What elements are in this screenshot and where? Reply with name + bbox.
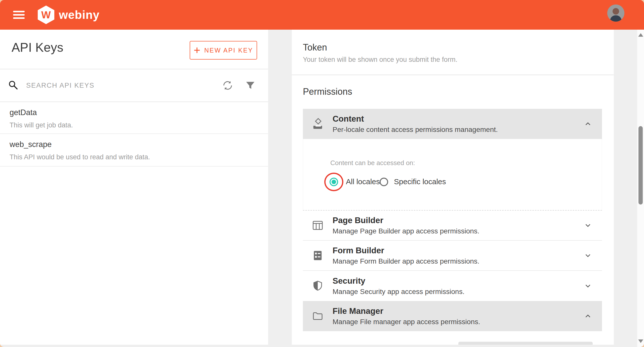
api-key-name: web_scrape — [10, 140, 268, 149]
chevron-down-icon[interactable] — [583, 220, 593, 230]
locales-radio-group: All locales Specific locales — [303, 173, 602, 191]
new-api-key-button[interactable]: NEW API KEY — [190, 41, 257, 60]
app-window: W webiny API Keys NEW API KEY — [0, 0, 644, 347]
refresh-icon[interactable] — [222, 80, 233, 91]
webiny-hexagon-icon: W — [38, 6, 54, 24]
list-panel-header: API Keys NEW API KEY — [0, 30, 268, 69]
chevron-down-icon[interactable] — [583, 251, 593, 261]
user-avatar[interactable] — [607, 5, 624, 22]
accordion-header-page-builder[interactable]: Page Builder Manage Page Builder app acc… — [303, 211, 602, 241]
person-icon — [607, 5, 624, 22]
accordion-title: Page Builder — [333, 216, 479, 225]
token-section-title: Token — [303, 42, 327, 53]
accordion-description: Manage Page Builder app access permissio… — [333, 227, 479, 235]
security-icon — [312, 280, 324, 292]
vertical-scrollbar[interactable] — [637, 30, 644, 347]
api-keys-list-panel: API Keys NEW API KEY — [0, 30, 268, 345]
accordion-description: Per-locale content access permissions ma… — [333, 126, 498, 134]
form-builder-icon — [312, 250, 324, 261]
file-manager-icon — [312, 310, 324, 322]
accordion-description: Manage File manager app access permissio… — [333, 318, 480, 326]
hamburger-menu-icon[interactable] — [13, 11, 25, 19]
section-divider — [292, 75, 614, 75]
page-title: API Keys — [12, 40, 63, 55]
chevron-down-icon[interactable] — [583, 281, 593, 291]
radio-label-specific-locales[interactable]: Specific locales — [394, 177, 446, 186]
accordion-title: Form Builder — [333, 246, 479, 255]
accordion-header-security[interactable]: Security Manage Security app access perm… — [303, 271, 602, 301]
scroll-up-arrow-icon[interactable] — [638, 33, 643, 37]
plus-icon — [194, 47, 200, 54]
filter-icon[interactable] — [245, 80, 256, 91]
accordion-header-form-builder[interactable]: Form Builder Manage Form Builder app acc… — [303, 241, 602, 271]
search-icon — [8, 79, 20, 91]
accordion-description: Manage Security app access permissions. — [333, 288, 464, 296]
accordion-description: Manage Form Builder app access permissio… — [333, 257, 479, 265]
token-hint-text: Your token will be shown once you submit… — [303, 56, 457, 64]
page-builder-icon — [312, 220, 324, 231]
accordion-title: Content — [333, 114, 498, 124]
top-app-bar: W webiny — [0, 0, 644, 30]
api-key-description: This will get job data. — [10, 121, 268, 129]
content-permissions-body: Content can be accessed on: All locales … — [303, 139, 602, 211]
api-key-form-panel: Token Your token will be shown once you … — [292, 30, 614, 345]
search-input[interactable] — [26, 82, 222, 89]
webiny-logo-text: webiny — [59, 8, 100, 22]
file-manager-body-partial — [303, 331, 602, 345]
permissions-accordion: Content Per-locale content access permis… — [303, 109, 602, 345]
radio-label-all-locales[interactable]: All locales — [346, 177, 380, 186]
api-key-list-item[interactable]: web_scrape This API would be used to rea… — [0, 134, 268, 167]
api-key-description: This API would be used to read and write… — [10, 153, 268, 161]
webiny-logo[interactable]: W webiny — [38, 6, 100, 24]
api-key-list-item[interactable]: getData This will get job data. — [0, 102, 268, 134]
chevron-up-icon[interactable] — [583, 119, 593, 129]
accordion-header-file-manager[interactable]: File Manager Manage File manager app acc… — [303, 301, 602, 331]
content-icon — [312, 118, 324, 130]
search-bar — [0, 69, 268, 102]
accordion-title: Security — [333, 276, 464, 286]
chevron-up-icon[interactable] — [583, 311, 593, 321]
radio-specific-locales[interactable] — [380, 178, 388, 186]
api-key-name: getData — [10, 108, 268, 117]
content-access-label: Content can be accessed on: — [330, 159, 415, 167]
scroll-down-arrow-icon[interactable] — [638, 339, 643, 343]
accordion-title: File Manager — [333, 306, 480, 316]
accordion-header-content[interactable]: Content Per-locale content access permis… — [303, 109, 602, 139]
partial-input-field[interactable] — [458, 342, 593, 345]
radio-all-locales[interactable] — [330, 178, 338, 186]
permissions-section-title: Permissions — [303, 86, 352, 97]
scrollbar-thumb[interactable] — [638, 126, 643, 205]
